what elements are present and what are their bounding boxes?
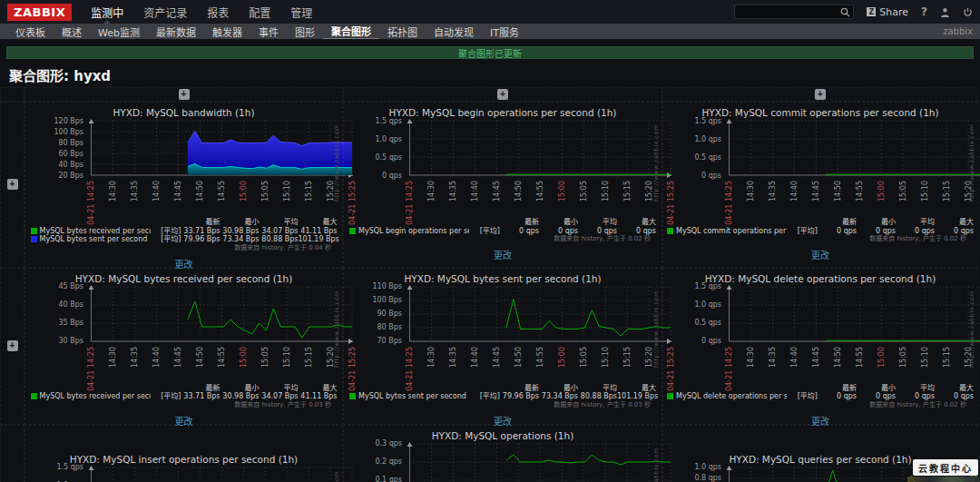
- add-cell-button[interactable]: +: [7, 340, 18, 351]
- chart-cell: HYXD: MySQL operations (1h)0.3 qps0.2 qp…: [343, 425, 662, 482]
- data-source-note: 数据来自 history, 产生于 0.02 秒: [663, 401, 966, 409]
- x-tick-label: 14:50: [834, 181, 842, 202]
- x-tick-label: 14:55: [218, 181, 226, 202]
- legend-row: MySQL begin operations per second[平均]0 q…: [349, 227, 656, 236]
- x-tick-label: 14:50: [196, 181, 204, 202]
- main-menu-item[interactable]: 配置: [239, 0, 280, 24]
- zabbix-app: ZABBIX 监测中资产记录报表配置管理 Z Share ?: [0, 0, 980, 482]
- legend-header: 最大: [935, 218, 974, 227]
- change-link[interactable]: 更改: [494, 251, 512, 261]
- x-tick-label: 15:10: [602, 181, 610, 202]
- subnav-item[interactable]: 事件: [250, 24, 287, 39]
- subnav-item[interactable]: Web监测: [90, 24, 148, 39]
- logout-button[interactable]: [963, 7, 973, 17]
- subnav-item[interactable]: 触发器: [204, 24, 250, 39]
- graph-plot[interactable]: 04-21 14:2514:3014:3514:4014:4514:5014:5…: [89, 466, 354, 482]
- legend-stat-value: 80.88 Bps: [260, 235, 299, 244]
- x-tick-label: 15:10: [283, 181, 291, 202]
- y-tick-label: 0 qps: [701, 337, 721, 345]
- y-tick-label: 1.0 qps: [375, 135, 402, 143]
- graph-plot[interactable]: 04-21 14:2514:3014:3514:4014:4514:5014:5…: [407, 285, 672, 383]
- y-tick-label: 100 Bps: [54, 128, 83, 136]
- plot-area: 1.5 qps1.0 qps0.5 qps0 qps04-21 14:2514:…: [680, 119, 977, 217]
- legend-stat-value: 0 qps: [857, 392, 896, 401]
- add-cell-button[interactable]: +: [815, 89, 826, 100]
- x-tick-label: 15:05: [580, 181, 588, 202]
- y-axis-labels: 1.5 qps1.0 qps0.5 qps0 qps: [360, 119, 407, 217]
- help-button[interactable]: ?: [921, 5, 927, 18]
- add-cell-button[interactable]: +: [497, 89, 508, 100]
- y-tick-label: 1.5 qps: [694, 282, 721, 290]
- x-tick-label: 14:55: [856, 181, 864, 202]
- series-name-label: MySQL bytes received per second: [40, 227, 151, 236]
- legend-stat-value: 0 qps: [617, 227, 656, 236]
- graph-plot[interactable]: 04-21 14:2514:3014:3514:4014:4514:5014:5…: [89, 119, 354, 217]
- legend-header-row: 最新最小平均最大: [31, 218, 338, 227]
- main-menu-item[interactable]: 资产记录: [133, 0, 197, 24]
- plot-area: 0.3 qps0.2 qps0.1 qps0 qps04-21 14:2514:…: [360, 442, 662, 482]
- graph-plot[interactable]: 04-21 14:2514:3014:3514:4014:4514:5014:5…: [407, 442, 672, 482]
- x-tick-label: 15:10: [921, 347, 929, 368]
- legend-header: 最大: [617, 218, 656, 227]
- subnav-item[interactable]: 概述: [54, 24, 90, 39]
- main-menu-item[interactable]: 监测中: [81, 0, 133, 24]
- x-tick-label: 14:40: [152, 347, 161, 368]
- legend-stat-value: 0 qps: [935, 227, 974, 236]
- change-link[interactable]: 更改: [811, 251, 829, 261]
- subnav-item[interactable]: 仪表板: [7, 24, 54, 39]
- chart-cell: HYXD: MySQL bytes received per second (1…: [24, 268, 343, 425]
- subnav-item[interactable]: 自动发现: [426, 24, 482, 39]
- x-tick-label: 15:15: [623, 181, 632, 202]
- legend-header: 最新: [818, 384, 857, 393]
- subnav-item[interactable]: 拓扑图: [379, 24, 426, 39]
- main-menu-item[interactable]: 管理: [280, 0, 322, 24]
- add-cell-button[interactable]: +: [7, 179, 18, 190]
- user-profile-button[interactable]: [940, 7, 950, 17]
- x-tick-label: 14:45: [174, 347, 182, 368]
- graph-plot[interactable]: 04-21 14:2514:3014:3514:4014:4514:5014:5…: [727, 285, 980, 383]
- legend-stat-value: 33.71 Bps: [181, 227, 220, 236]
- legend-stat-value: 30.98 Bps: [220, 227, 260, 236]
- x-tick-label: 15:05: [261, 347, 270, 368]
- x-tick-label: 14:40: [790, 181, 799, 202]
- add-column-strip: +: [343, 87, 662, 102]
- graph-plot[interactable]: 04-21 14:2514:3014:3514:4014:4514:5014:5…: [89, 285, 354, 383]
- legend-stat-value: 30.98 Bps: [220, 392, 260, 401]
- x-axis-labels: 04-21 14:2514:3014:3514:4014:4514:5014:5…: [89, 179, 354, 217]
- legend-color-swatch: [349, 393, 356, 399]
- add-column-strip: +: [662, 87, 978, 102]
- search-input[interactable]: [735, 7, 840, 17]
- graph-plot[interactable]: 04-21 14:2514:3014:3514:4014:4514:5014:5…: [407, 119, 672, 217]
- search-box[interactable]: [734, 5, 854, 19]
- chart-cell: HYXD: MySQL bandwidth (1h)120 Bps100 Bps…: [24, 102, 343, 268]
- screen-grid: ++++HYXD: MySQL bandwidth (1h)120 Bps100…: [0, 87, 980, 482]
- y-tick-label: 60 Bps: [59, 150, 83, 158]
- legend-header-row: 最新最小平均最大: [667, 218, 974, 227]
- subnav-item[interactable]: IT服务: [482, 24, 527, 39]
- header-right: Z Share ?: [734, 5, 973, 19]
- subnav-item[interactable]: 聚合图形: [323, 24, 379, 39]
- add-cell-button[interactable]: +: [179, 89, 190, 100]
- main-menu-item[interactable]: 报表: [197, 0, 239, 24]
- y-tick-label: 20 Bps: [59, 172, 83, 180]
- legend-header: 最小: [220, 218, 260, 227]
- y-axis-labels: 1.5 qps1.0 qps0.5 qps0 qps: [680, 285, 727, 383]
- legend-header-row: 最新最小平均最大: [31, 384, 338, 393]
- x-tick-label: 14:50: [514, 181, 523, 202]
- subnav-item[interactable]: 最新数据: [148, 24, 204, 39]
- graph-plot[interactable]: 04-21 14:2514:3014:3514:4014:4514:5014:5…: [727, 119, 980, 217]
- legend-stat-value: 0 qps: [857, 227, 896, 236]
- y-tick-label: 30 Bps: [59, 337, 83, 345]
- x-tick-label: 15:15: [943, 181, 951, 202]
- x-tick-label: 14:55: [536, 347, 544, 368]
- y-tick-label: 80 Bps: [59, 139, 83, 147]
- plot-area: 1.5 qps1.0 qps0.5 qps0 qps04-21 14:2514:…: [42, 466, 342, 482]
- legend-stat-value: 79.96 Bps: [181, 235, 220, 244]
- series-name-label: MySQL bytes sent per second: [358, 392, 466, 401]
- subnav-item[interactable]: 图形: [287, 24, 323, 39]
- x-tick-label: 15:00: [877, 347, 886, 368]
- share-button[interactable]: Z Share: [867, 6, 908, 18]
- chart-cell: HYXD: MySQL begin operations per second …: [343, 102, 662, 268]
- y-tick-label: 0 qps: [382, 172, 402, 180]
- x-tick-label: 14:55: [536, 181, 544, 202]
